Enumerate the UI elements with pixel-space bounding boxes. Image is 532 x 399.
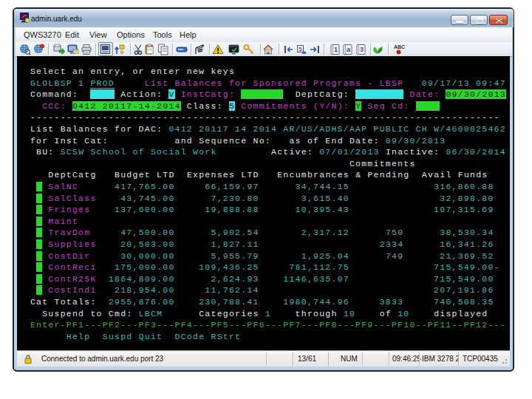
svg-text:ABC: ABC [394,44,405,50]
svg-text:3: 3 [360,46,364,53]
svg-text:5: 5 [299,46,302,52]
svg-text:1: 1 [334,46,338,53]
